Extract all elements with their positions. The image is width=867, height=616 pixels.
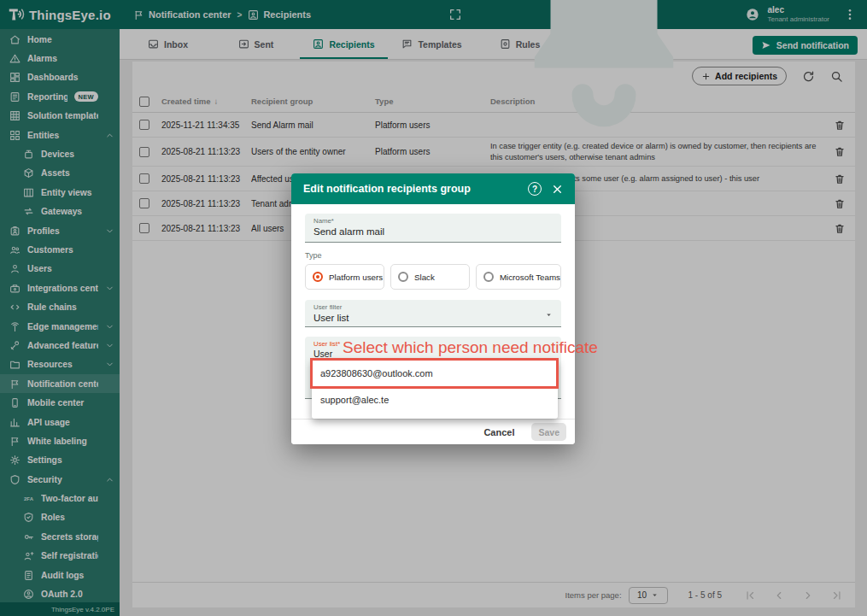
type-option[interactable]: Microsoft Teams	[476, 264, 561, 290]
user-autocomplete-dropdown: a923808630@outlook.com support@alec.te	[312, 360, 558, 419]
caret-down-icon	[545, 311, 553, 319]
type-option[interactable]: Platform users	[305, 264, 384, 290]
name-field-value: Send alarm mail	[313, 226, 384, 237]
type-option-label: Slack	[414, 273, 435, 282]
user-filter-value: User list	[313, 313, 349, 323]
type-section-label: Type	[305, 251, 561, 260]
user-option[interactable]: support@alec.te	[312, 386, 558, 413]
user-list-label: User list*	[313, 340, 340, 348]
type-option[interactable]: Slack	[390, 264, 470, 290]
save-button: Save	[531, 423, 566, 441]
dialog-header: Edit notification recipients group ?	[291, 173, 575, 204]
user-filter-label: User filter	[313, 303, 342, 311]
user-list-input-value: User	[313, 349, 332, 359]
radio-icon	[483, 272, 494, 282]
radio-icon	[313, 272, 323, 282]
name-field-label: Name*	[313, 217, 334, 225]
cancel-button[interactable]: Cancel	[483, 427, 514, 437]
annotation-text: Select which person need notificate	[343, 338, 598, 357]
help-icon[interactable]: ?	[528, 182, 542, 196]
user-filter-select[interactable]: User filter User list	[305, 300, 561, 327]
type-option-label: Platform users	[329, 273, 383, 282]
name-field[interactable]: Name* Send alarm mail	[305, 214, 561, 243]
dialog-footer: Cancel Save	[291, 419, 575, 444]
radio-icon	[398, 272, 408, 282]
user-option[interactable]: a923808630@outlook.com	[312, 360, 558, 386]
type-option-label: Microsoft Teams	[500, 273, 560, 282]
dialog-title: Edit notification recipients group	[303, 183, 518, 195]
close-icon[interactable]	[552, 184, 563, 195]
